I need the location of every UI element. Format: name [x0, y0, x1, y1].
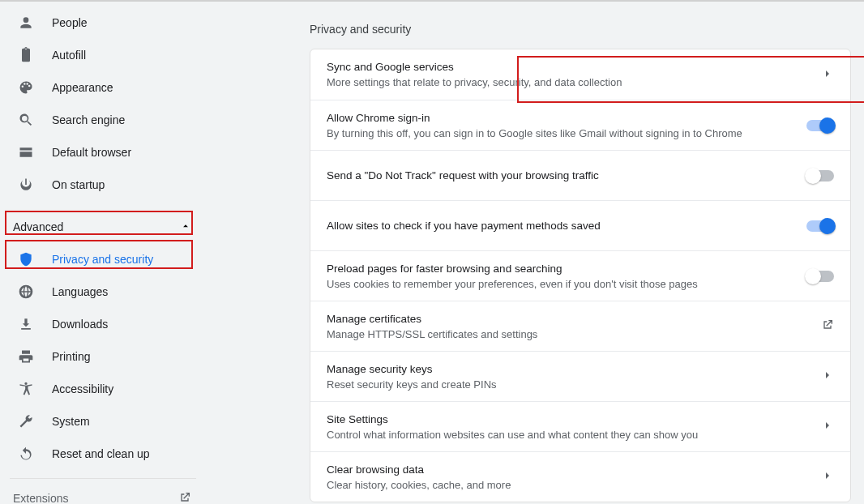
setting-row-signin[interactable]: Allow Chrome sign-inBy turning this off,…	[310, 100, 850, 150]
accessibility-icon	[18, 381, 34, 397]
toggle-preload[interactable]	[806, 271, 834, 282]
sidebar-item-label: Search engine	[52, 113, 125, 126]
settings-main: Privacy and security Sync and Google ser…	[206, 2, 864, 504]
row-title: Preload pages for faster browsing and se…	[327, 263, 793, 275]
shield-icon	[18, 251, 34, 267]
setting-row-dnt[interactable]: Send a "Do Not Track" request with your …	[310, 150, 850, 200]
row-title: Manage certificates	[327, 313, 808, 325]
sidebar-item-label: Appearance	[52, 81, 113, 94]
row-subtitle: Manage HTTPS/SSL certificates and settin…	[327, 328, 808, 340]
setting-row-sync[interactable]: Sync and Google servicesMore settings th…	[310, 49, 850, 100]
clipboard-icon	[18, 47, 34, 63]
sidebar-item-label: Reset and clean up	[52, 447, 150, 460]
palette-icon	[18, 79, 34, 96]
download-icon	[18, 316, 34, 332]
row-title: Allow Chrome sign-in	[327, 112, 793, 124]
setting-row-payments[interactable]: Allow sites to check if you have payment…	[310, 200, 850, 250]
setting-row-clear[interactable]: Clear browsing dataClear history, cookie…	[310, 451, 850, 502]
chevron-right-icon	[821, 67, 834, 83]
search-icon	[18, 112, 34, 128]
print-icon	[18, 348, 34, 365]
sidebar-advanced-label: Advanced	[13, 220, 63, 233]
sidebar-extensions[interactable]: Extensions	[0, 482, 206, 504]
row-subtitle: Control what information websites can us…	[327, 429, 808, 441]
restore-icon	[18, 446, 34, 462]
row-title: Send a "Do Not Track" request with your …	[327, 169, 793, 182]
globe-icon	[18, 284, 34, 300]
row-subtitle: Uses cookies to remember your preference…	[327, 278, 793, 290]
sidebar-item-search-engine[interactable]: Search engine	[0, 104, 206, 136]
browser-icon	[18, 144, 34, 160]
toggle-signin[interactable]	[806, 120, 834, 131]
sidebar-item-label: Privacy and security	[52, 253, 153, 266]
sidebar-item-appearance[interactable]: Appearance	[0, 71, 206, 104]
sidebar-advanced-toggle[interactable]: Advanced	[0, 211, 206, 243]
sidebar-item-languages[interactable]: Languages	[0, 275, 206, 308]
chevron-right-icon	[821, 419, 834, 434]
row-title: Allow sites to check if you have payment…	[327, 220, 793, 232]
launch-icon	[821, 318, 834, 334]
setting-row-preload[interactable]: Preload pages for faster browsing and se…	[310, 250, 850, 301]
sidebar-extensions-label: Extensions	[13, 492, 68, 504]
sidebar-item-privacy[interactable]: Privacy and security	[0, 243, 206, 275]
sidebar-item-reset[interactable]: Reset and clean up	[0, 438, 206, 470]
sidebar-item-accessibility[interactable]: Accessibility	[0, 373, 206, 405]
toggle-dnt[interactable]	[806, 170, 834, 182]
person-icon	[18, 15, 34, 31]
sidebar-divider	[10, 478, 196, 479]
sidebar-item-label: Default browser	[52, 146, 131, 159]
row-title: Sync and Google services	[327, 61, 808, 73]
setting-row-certs[interactable]: Manage certificatesManage HTTPS/SSL cert…	[310, 301, 850, 351]
row-subtitle: Reset security keys and create PINs	[327, 378, 808, 391]
settings-card: Sync and Google servicesMore settings th…	[310, 49, 851, 502]
chevron-right-icon	[821, 469, 834, 485]
setting-row-sitesettings[interactable]: Site SettingsControl what information we…	[310, 401, 850, 451]
sidebar-item-label: Downloads	[52, 318, 108, 331]
toggle-payments[interactable]	[806, 220, 834, 232]
sidebar-item-label: On startup	[52, 178, 105, 191]
setting-row-seckeys[interactable]: Manage security keysReset security keys …	[310, 351, 850, 401]
row-title: Manage security keys	[327, 363, 808, 375]
chevron-right-icon	[821, 369, 834, 384]
sidebar-item-people[interactable]: People	[0, 6, 206, 39]
chevron-up-icon	[180, 220, 191, 234]
sidebar-item-downloads[interactable]: Downloads	[0, 308, 206, 340]
sidebar-item-default-browser[interactable]: Default browser	[0, 136, 206, 169]
section-title: Privacy and security	[310, 23, 851, 36]
row-subtitle: By turning this off, you can sign in to …	[327, 127, 793, 139]
sidebar-item-system[interactable]: System	[0, 405, 206, 438]
sidebar-item-label: Languages	[52, 285, 108, 298]
sidebar-item-label: Printing	[52, 350, 90, 363]
power-icon	[18, 177, 34, 193]
row-title: Clear browsing data	[327, 463, 808, 476]
row-title: Site Settings	[327, 413, 808, 425]
row-subtitle: Clear history, cookies, cache, and more	[327, 479, 808, 491]
sidebar-item-label: Autofill	[52, 49, 86, 62]
sidebar-item-label: People	[52, 16, 88, 29]
sidebar-item-on-startup[interactable]: On startup	[0, 169, 206, 201]
row-subtitle: More settings that relate to privacy, se…	[327, 76, 808, 88]
settings-sidebar: PeopleAutofillAppearanceSearch engineDef…	[0, 2, 206, 504]
sidebar-item-label: System	[52, 415, 90, 428]
sidebar-item-label: Accessibility	[52, 382, 113, 395]
launch-icon	[178, 491, 191, 505]
sidebar-item-autofill[interactable]: Autofill	[0, 39, 206, 71]
wrench-icon	[18, 413, 34, 429]
sidebar-item-printing[interactable]: Printing	[0, 340, 206, 373]
